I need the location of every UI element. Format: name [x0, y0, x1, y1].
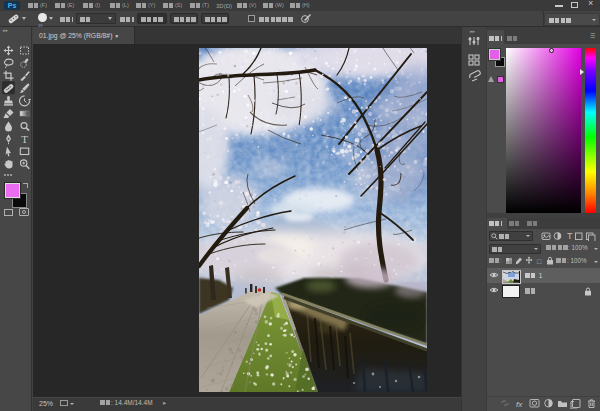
svg-text:□: □	[537, 258, 542, 265]
svg-text:T: T	[567, 231, 573, 241]
svg-text:T: T	[21, 133, 28, 145]
svg-text:fx: fx	[516, 400, 523, 409]
